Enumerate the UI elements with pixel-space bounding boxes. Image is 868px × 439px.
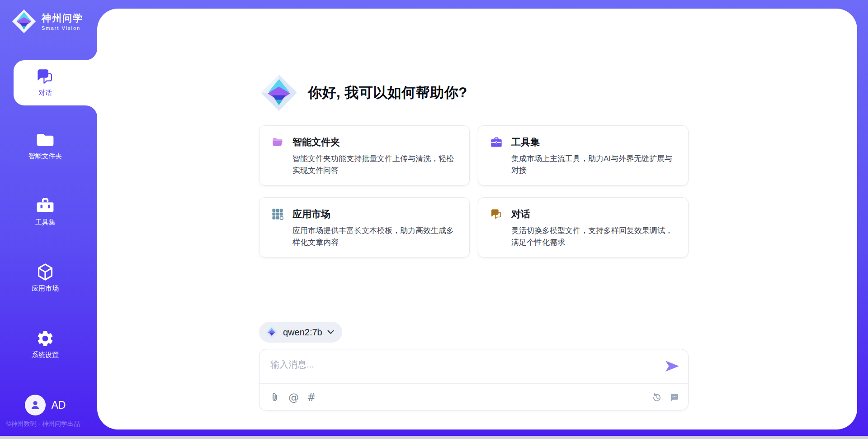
card-app-market[interactable]: 应用市场 应用市场提供丰富长文本模板，助力高效生成多样化文章内容 bbox=[259, 197, 470, 258]
app-name: 神州问学 bbox=[42, 12, 83, 24]
card-description: 灵活切换多模型文件，支持多样回复效果调试，满足个性化需求 bbox=[511, 225, 676, 248]
attach-file-button[interactable] bbox=[269, 392, 280, 403]
logo-diamond-icon bbox=[11, 8, 37, 34]
sidebar-item-app-market[interactable]: 应用市场 bbox=[14, 262, 77, 293]
card-description: 集成市场上主流工具，助力AI与外界无缝扩展与对接 bbox=[511, 153, 676, 176]
send-button[interactable] bbox=[665, 359, 681, 373]
card-title: 应用市场 bbox=[292, 208, 330, 220]
message-input[interactable] bbox=[259, 349, 657, 381]
message-composer: @ # bbox=[259, 349, 689, 410]
sidebar-item-label: 应用市场 bbox=[14, 284, 77, 293]
feature-cards: 智能文件夹 智能文件夹功能支持批量文件上传与清洗，轻松实现文件问答 工具集 集成… bbox=[259, 125, 689, 258]
sidebar-item-label: 智能文件夹 bbox=[14, 152, 77, 161]
brand: 神州问学 Smart Vision bbox=[11, 8, 83, 34]
chat-icon bbox=[36, 67, 55, 86]
user-icon bbox=[28, 398, 42, 412]
copyright-text: ©神州数码 · 神州问学出品 bbox=[6, 420, 80, 428]
model-selector[interactable]: qwen2:7b bbox=[259, 322, 342, 343]
card-toolset[interactable]: 工具集 集成市场上主流工具，助力AI与外界无缝扩展与对接 bbox=[478, 125, 689, 186]
toolbox-icon bbox=[36, 196, 55, 215]
tab-curve-bottom bbox=[85, 105, 97, 117]
sidebar: 神州问学 Smart Vision 对话 智能文件夹 工具集 bbox=[0, 0, 97, 439]
user-account[interactable]: AD bbox=[14, 395, 77, 415]
logo-diamond-icon bbox=[259, 73, 299, 113]
greeting: 你好, 我可以如何帮助你? bbox=[259, 73, 467, 113]
chat-icon bbox=[490, 208, 503, 220]
grid-icon bbox=[271, 208, 284, 220]
history-icon bbox=[651, 392, 662, 403]
avatar bbox=[25, 395, 46, 415]
composer-divider bbox=[259, 383, 688, 384]
cube-icon bbox=[36, 262, 55, 282]
folder-icon bbox=[36, 130, 55, 149]
sidebar-item-label: 工具集 bbox=[14, 218, 77, 227]
main-panel: 你好, 我可以如何帮助你? 智能文件夹 智能文件夹功能支持批量文件上传与清洗，轻… bbox=[97, 9, 857, 429]
new-chat-button[interactable] bbox=[669, 392, 680, 403]
sidebar-item-settings[interactable]: 系统设置 bbox=[14, 329, 77, 359]
tab-curve-top bbox=[85, 48, 97, 60]
mention-button[interactable]: @ bbox=[288, 392, 299, 403]
at-icon: @ bbox=[288, 392, 299, 403]
greeting-text: 你好, 我可以如何帮助你? bbox=[308, 83, 467, 102]
card-smart-folder[interactable]: 智能文件夹 智能文件夹功能支持批量文件上传与清洗，轻松实现文件问答 bbox=[259, 125, 470, 186]
user-initials: AD bbox=[52, 399, 66, 411]
sidebar-item-toolset[interactable]: 工具集 bbox=[14, 196, 77, 227]
topic-button[interactable]: # bbox=[307, 392, 316, 403]
send-icon bbox=[665, 360, 680, 372]
chat-bubble-icon bbox=[669, 392, 680, 403]
model-name: qwen2:7b bbox=[283, 327, 322, 338]
card-chat[interactable]: 对话 灵活切换多模型文件，支持多样回复效果调试，满足个性化需求 bbox=[478, 197, 689, 258]
history-button[interactable] bbox=[651, 392, 662, 403]
sidebar-item-label: 对话 bbox=[14, 89, 77, 97]
chevron-down-icon bbox=[327, 330, 334, 334]
sidebar-item-chat[interactable]: 对话 bbox=[14, 60, 97, 105]
card-title: 工具集 bbox=[511, 136, 540, 148]
gear-icon bbox=[36, 329, 55, 348]
briefcase-icon bbox=[490, 136, 503, 148]
sidebar-item-smart-folder[interactable]: 智能文件夹 bbox=[14, 130, 77, 161]
card-description: 智能文件夹功能支持批量文件上传与清洗，轻松实现文件问答 bbox=[292, 153, 458, 176]
logo-diamond-icon bbox=[265, 326, 278, 339]
card-title: 对话 bbox=[511, 208, 530, 220]
card-title: 智能文件夹 bbox=[292, 136, 340, 148]
folder-open-icon bbox=[271, 136, 284, 148]
card-description: 应用市场提供丰富长文本模板，助力高效生成多样化文章内容 bbox=[292, 225, 458, 248]
page-bottom-strip bbox=[0, 436, 868, 439]
sidebar-item-label: 系统设置 bbox=[14, 351, 77, 359]
paperclip-icon bbox=[269, 392, 280, 403]
hash-icon: # bbox=[307, 392, 316, 403]
app-subtitle: Smart Vision bbox=[42, 25, 83, 31]
